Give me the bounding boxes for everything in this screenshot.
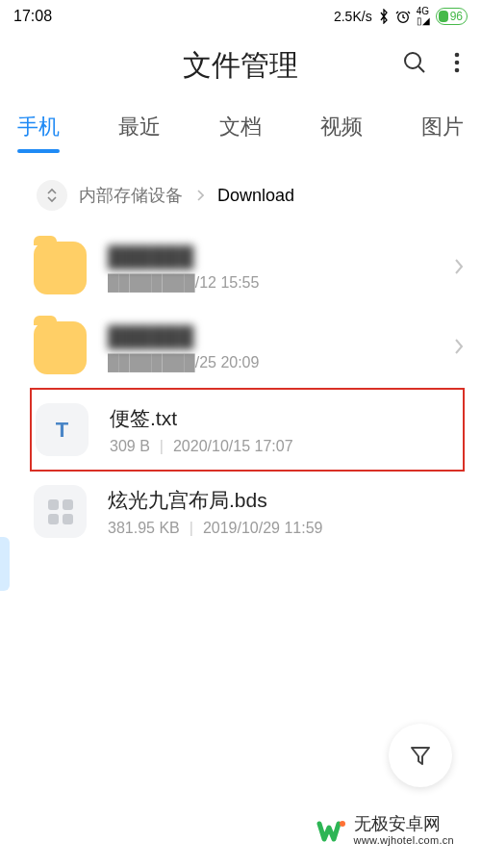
watermark: 无极安卓网 www.wjhotel.com.cn: [316, 814, 454, 847]
chevron-right-icon: [454, 338, 464, 359]
bds-icon: [34, 485, 87, 538]
list-item[interactable]: ██████ ████████/25 20:09: [0, 308, 481, 388]
status-right: 2.5K/s 4G▯◢ 96: [334, 7, 468, 26]
watermark-logo-icon: [316, 814, 348, 847]
tab-phone[interactable]: 手机: [17, 113, 60, 141]
breadcrumb-root[interactable]: 内部存储设备: [79, 184, 183, 207]
file-name: 便签.txt: [110, 405, 463, 432]
bluetooth-icon: [378, 9, 390, 24]
tabs: 手机 最近 文档 视频 图片: [0, 97, 481, 155]
breadcrumb-current: Download: [217, 186, 294, 206]
more-icon[interactable]: [454, 50, 460, 79]
file-detail: ████████/12 15:55: [108, 274, 433, 292]
svg-point-1: [405, 53, 420, 68]
breadcrumb: 内部存储设备 Download: [0, 155, 481, 218]
tab-video[interactable]: 视频: [320, 113, 363, 141]
file-list: ██████ ████████/12 15:55 ██████ ████████…: [0, 218, 481, 551]
alarm-icon: [395, 9, 411, 24]
filter-icon: [408, 743, 433, 768]
tab-documents[interactable]: 文档: [219, 113, 262, 141]
file-name: ██████: [108, 325, 433, 348]
folder-icon: [34, 242, 87, 294]
chevron-right-icon: [454, 258, 464, 279]
signal-icon: 4G▯◢: [417, 7, 430, 26]
status-time: 17:08: [13, 8, 52, 25]
search-icon[interactable]: [402, 50, 427, 79]
chevron-right-icon: [196, 186, 204, 206]
left-tab-affordance[interactable]: [0, 537, 10, 591]
list-item[interactable]: T 便签.txt 309 B|2020/10/15 17:07: [30, 388, 465, 472]
battery-indicator: 96: [436, 8, 468, 25]
net-speed: 2.5K/s: [334, 9, 372, 24]
txt-icon: T: [36, 403, 89, 456]
collapse-button[interactable]: [37, 180, 67, 211]
watermark-title: 无极安卓网: [354, 815, 454, 834]
title-bar: 文件管理: [0, 29, 481, 97]
file-name: 炫光九宫布局.bds: [108, 487, 464, 514]
file-name: ██████: [108, 245, 433, 268]
svg-point-3: [455, 61, 460, 65]
tab-recent[interactable]: 最近: [118, 113, 161, 141]
list-item[interactable]: ██████ ████████/12 15:55: [0, 228, 481, 308]
svg-point-5: [340, 821, 345, 827]
page-title: 文件管理: [183, 46, 298, 86]
file-detail: 309 B|2020/10/15 17:07: [110, 438, 463, 455]
file-detail: 381.95 KB|2019/10/29 11:59: [108, 520, 464, 537]
battery-percent-value: 96: [450, 10, 463, 23]
folder-icon: [34, 321, 87, 374]
status-bar: 17:08 2.5K/s 4G▯◢ 96: [0, 0, 481, 29]
svg-point-4: [455, 68, 460, 73]
watermark-url: www.wjhotel.com.cn: [354, 834, 454, 846]
file-detail: ████████/25 20:09: [108, 354, 433, 371]
svg-point-2: [455, 53, 460, 58]
list-item[interactable]: 炫光九宫布局.bds 381.95 KB|2019/10/29 11:59: [0, 472, 481, 551]
tab-pictures[interactable]: 图片: [421, 113, 464, 141]
filter-button[interactable]: [389, 724, 452, 787]
